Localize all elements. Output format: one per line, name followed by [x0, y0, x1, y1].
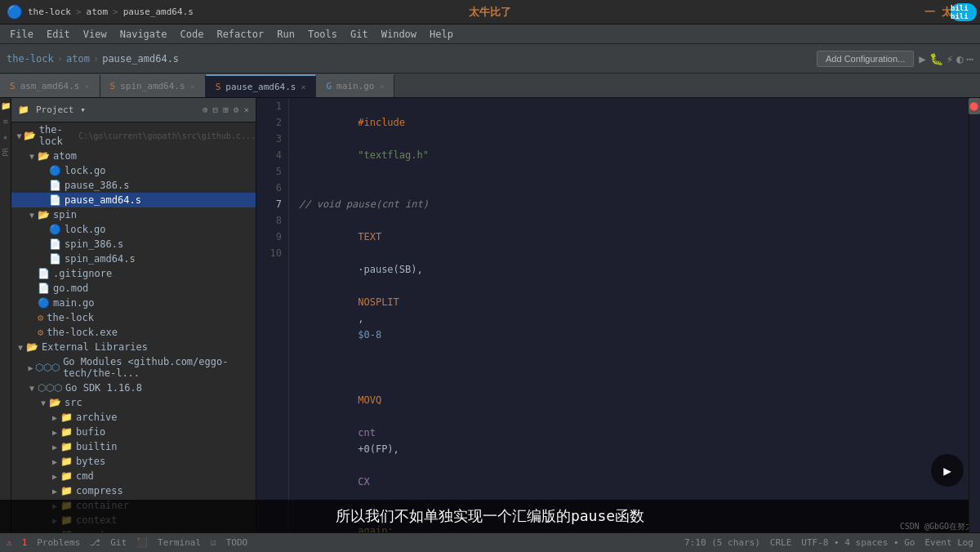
run-icon[interactable]: ▶: [919, 52, 925, 65]
tree-item-spin-386[interactable]: 📄 spin_386.s: [11, 237, 256, 252]
folder-icon-external-libs: 📂: [26, 341, 38, 353]
sidebar-header: 📁 Project ▾ ⊕ ⊟ ⊞ ⚙ ✕: [11, 98, 256, 122]
file-icon-gitignore: 📄: [38, 268, 50, 279]
tab-main-go-close[interactable]: ✕: [379, 82, 384, 91]
tree-arrow-spin: ▼: [26, 211, 38, 220]
tree-item-builtin[interactable]: ▶ 📁 builtin: [11, 439, 256, 454]
tree-label-go-mod: go.mod: [53, 283, 88, 294]
tree-item-pause-amd64[interactable]: 📄 pause_amd64.s: [11, 193, 256, 207]
tree-item-lock-go-atom[interactable]: 🔵 lock.go: [11, 163, 256, 178]
tab-spin-amd64-close[interactable]: ✕: [190, 82, 195, 91]
tree-item-the-lock-root[interactable]: ▼ 📂 the-lock C:\go\current\gopath\src\gi…: [11, 122, 256, 149]
file-icon-pause-386: 📄: [49, 180, 61, 191]
tree-item-the-lock-exe[interactable]: ⚙ the-lock.exe: [11, 325, 256, 340]
tree-item-go-modules[interactable]: ▶ ⬡⬡⬡ Go Modules <github.com/eggo-tech/t…: [11, 354, 256, 381]
tree-item-pause-386[interactable]: 📄 pause_386.s: [11, 178, 256, 193]
status-terminal[interactable]: Terminal: [158, 537, 201, 548]
tab-pause-amd64-close[interactable]: ✕: [301, 82, 305, 91]
project-icon[interactable]: 📁: [1, 101, 11, 110]
tree-label-compress: compress: [76, 485, 123, 496]
line-num-7: 7: [256, 196, 282, 212]
app-icon: 🔵: [7, 4, 23, 20]
tree-item-cmd[interactable]: ▶ 📁 cmd: [11, 469, 256, 483]
favorites-icon[interactable]: ★: [2, 132, 7, 141]
status-bar: ⚠ 1 Problems ⎇ Git ⬛ Terminal ☑ TODO 7:1…: [0, 532, 980, 552]
main-content: 📁 ≡ ★ PR 📁 Project ▾ ⊕ ⊟ ⊞ ⚙ ✕ ▼ 📂 the: [0, 98, 980, 532]
menu-help[interactable]: Help: [423, 27, 460, 42]
line-numbers: 1 2 3 4 5 6 7 8 9 10: [256, 98, 289, 532]
status-todo[interactable]: TODO: [226, 537, 248, 548]
tree-item-spin-amd64[interactable]: 📄 spin_amd64.s: [11, 252, 256, 266]
tree-arrow-bufio: ▶: [49, 428, 60, 437]
tab-main-go[interactable]: G main.go ✕: [316, 74, 394, 97]
tab-spin-amd64-icon: S: [110, 81, 116, 91]
code-line-5: MOVQ cnt +0(FP), CX: [299, 359, 970, 506]
tree-label-go-sdk: Go SDK 1.16.8: [65, 382, 142, 394]
tree-item-the-lock-exec[interactable]: ⚙ the-lock: [11, 310, 256, 325]
code-cnt: cnt: [358, 427, 376, 438]
menu-navigate[interactable]: Navigate: [114, 27, 174, 42]
sidebar-collapse-icon[interactable]: ⊟: [213, 105, 219, 115]
tree-item-external-libs[interactable]: ▼ 📂 External Libraries: [11, 340, 256, 354]
tree-item-compress[interactable]: ▶ 📁 compress: [11, 483, 256, 498]
tab-asm-amd64[interactable]: S asm_amd64.s ✕: [0, 74, 100, 97]
status-problems[interactable]: Problems: [37, 537, 80, 548]
tree-item-bufio[interactable]: ▶ 📁 bufio: [11, 425, 256, 439]
tree-item-atom[interactable]: ▼ 📂 atom: [11, 149, 256, 163]
tab-main-go-icon: G: [326, 81, 332, 91]
menu-edit[interactable]: Edit: [40, 27, 77, 42]
tab-asm-amd64-close[interactable]: ✕: [84, 82, 89, 91]
tree-item-main-go[interactable]: 🔵 main.go: [11, 296, 256, 310]
more-icon[interactable]: ⋯: [967, 52, 973, 65]
tree-item-spin[interactable]: ▼ 📂 spin: [11, 207, 256, 222]
tree-item-go-mod[interactable]: 📄 go.mod: [11, 281, 256, 296]
coverage-icon[interactable]: ◐: [956, 52, 963, 65]
file-icon-spin-386: 📄: [49, 238, 61, 250]
tree-arrow-builtin: ▶: [49, 443, 60, 452]
editor[interactable]: ⬤ 1 2 3 4 5 6 7 8 9 10 #include ": [256, 98, 980, 532]
breadcrumb-project: the-lock: [7, 53, 54, 65]
menu-window[interactable]: Window: [375, 27, 423, 42]
video-play-button[interactable]: ▶: [931, 454, 964, 487]
code-area[interactable]: #include "textflag.h" // void pause(cnt …: [289, 98, 980, 532]
code-text-space: [358, 247, 363, 259]
menu-tools[interactable]: Tools: [301, 27, 344, 42]
menu-git[interactable]: Git: [344, 27, 375, 42]
tree-item-bytes[interactable]: ▶ 📁 bytes: [11, 454, 256, 469]
tree-item-go-sdk[interactable]: ▼ ⬡⬡⬡ Go SDK 1.16.8: [11, 381, 256, 395]
code-comma: ,: [358, 313, 369, 324]
line-num-6: 6: [256, 180, 282, 196]
subtitle-bar: 所以我们不如单独实现一个汇编版的pause函数: [0, 500, 980, 532]
structure-icon[interactable]: ≡: [2, 117, 7, 126]
menu-code[interactable]: Code: [174, 27, 211, 42]
sidebar-project-icon: 📁: [18, 105, 29, 115]
tree-label-the-lock-exe: the-lock.exe: [47, 327, 118, 338]
line-num-8: 8: [256, 212, 282, 229]
sidebar-settings-icon[interactable]: ⚙: [234, 105, 239, 115]
menu-file[interactable]: File: [3, 27, 40, 42]
menu-view[interactable]: View: [77, 27, 114, 42]
file-icon-spin-lock-go: 🔵: [49, 224, 61, 235]
debug-icon[interactable]: 🐛: [929, 52, 943, 65]
breadcrumb-file: pause_amd64.s: [102, 53, 179, 65]
status-git[interactable]: Git: [110, 537, 127, 548]
sidebar-locate-icon[interactable]: ⊕: [203, 105, 208, 115]
pull-requests-icon[interactable]: PR: [2, 148, 10, 157]
tree-item-src[interactable]: ▼ 📂 src: [11, 395, 256, 410]
menu-run[interactable]: Run: [270, 27, 301, 42]
sidebar-dropdown-icon[interactable]: ▾: [80, 105, 86, 115]
tab-pause-amd64[interactable]: S pause_amd64.s ✕: [206, 74, 317, 97]
tree-item-archive[interactable]: ▶ 📁 archive: [11, 410, 256, 425]
profile-icon[interactable]: ⚡: [947, 52, 953, 65]
status-event-log[interactable]: Event Log: [924, 537, 973, 548]
tree-item-lock-go-spin[interactable]: 🔵 lock.go: [11, 222, 256, 237]
code-include-string: "textflag.h": [358, 149, 429, 161]
sidebar-close-icon[interactable]: ✕: [243, 105, 249, 115]
menu-refactor[interactable]: Refactor: [210, 27, 270, 42]
line-num-9: 9: [256, 229, 282, 245]
tree-label-cmd: cmd: [76, 470, 94, 482]
tree-item-gitignore[interactable]: 📄 .gitignore: [11, 266, 256, 281]
add-configuration-button[interactable]: Add Configuration...: [817, 51, 914, 67]
tab-spin-amd64[interactable]: S spin_amd64.s ✕: [100, 74, 206, 97]
sidebar-expand-icon[interactable]: ⊞: [223, 105, 229, 115]
